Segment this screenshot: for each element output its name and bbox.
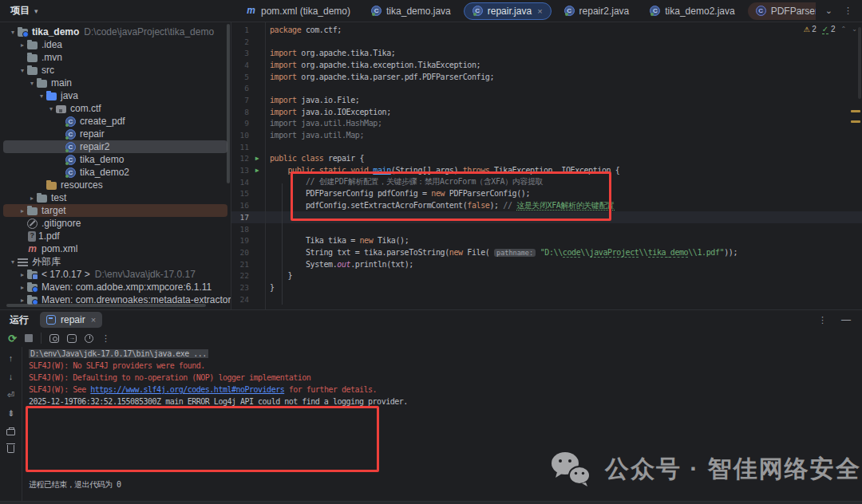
- code-line-24[interactable]: 24: [231, 293, 862, 305]
- chevron-expanded-icon[interactable]: ▾: [27, 80, 37, 87]
- minimize-icon[interactable]: —: [841, 314, 851, 325]
- close-icon[interactable]: ×: [91, 315, 96, 325]
- console-link[interactable]: https://www.slf4j.org/codes.html#noProvi…: [90, 385, 284, 394]
- code-line-8[interactable]: 8import java.io.IOException;: [231, 106, 862, 118]
- code-line-23[interactable]: 23}: [231, 282, 862, 293]
- stop-icon[interactable]: [25, 334, 33, 342]
- rerun-icon[interactable]: ⟳: [8, 333, 17, 344]
- editor-tab-pom-xml-tika-demo-[interactable]: mpom.xml (tika_demo): [238, 2, 358, 20]
- code-line-22[interactable]: 22 }: [231, 270, 862, 282]
- run-options-kebab-icon[interactable]: ⋮: [818, 315, 827, 325]
- code-line-10[interactable]: 10import java.util.Map;: [231, 129, 862, 141]
- code-line-17[interactable]: 17: [231, 211, 862, 223]
- chevron-collapsed-icon[interactable]: ▸: [27, 195, 37, 202]
- tree-item-pom-xml[interactable]: mpom.xml: [3, 242, 227, 255]
- tree-item--17-0-17-[interactable]: ▸< 17.0.17 >D:\env\Java\jdk-17.0.17: [3, 268, 227, 281]
- console-more-kebab-icon[interactable]: ⋮: [101, 333, 110, 344]
- code-line-12[interactable]: 12▶public class repair {: [231, 153, 862, 165]
- code-line-6[interactable]: 6: [231, 82, 862, 94]
- tree-item--gitignore[interactable]: .gitignore: [3, 217, 227, 230]
- editor-tab-repair-java[interactable]: Crepair.java×: [464, 2, 552, 20]
- tree-item-java[interactable]: ▾java: [3, 89, 227, 102]
- tree-item-maven-com-adobe-xmp-xmpcore-6-1-11[interactable]: ▸Maven: com.adobe.xmp:xmpcore:6.1.11: [3, 281, 227, 293]
- tree-item-tika-demo2[interactable]: Ctika_demo2: [3, 166, 227, 179]
- next-problem-chevron-icon[interactable]: ⌄: [852, 26, 857, 33]
- clear-console-trash-icon[interactable]: [7, 445, 14, 453]
- chevron-collapsed-icon[interactable]: ▸: [18, 271, 27, 278]
- chevron-collapsed-icon[interactable]: ▸: [18, 207, 27, 215]
- tree-item-main[interactable]: ▾main: [3, 77, 227, 89]
- tree-item-com-ctf[interactable]: ▾com.ctf: [3, 102, 227, 115]
- inspections-widget[interactable]: ⚠ 2 ✓ 2 ⌃ ⌄: [803, 25, 857, 33]
- tree-item-tika-demo[interactable]: ▾tika_demoD:\code\javaProject\tika_demo: [3, 26, 227, 38]
- thread-dump-camera-icon[interactable]: [49, 334, 59, 343]
- project-vertical-scrollbar[interactable]: [227, 24, 230, 183]
- code-line-9[interactable]: 9import java.util.HashMap;: [231, 118, 862, 130]
- project-horizontal-scrollbar[interactable]: [6, 304, 206, 307]
- tree-item-create-pdf[interactable]: Ccreate_pdf: [3, 115, 227, 128]
- tab-options-kebab-icon[interactable]: ⋮: [844, 6, 852, 16]
- code-line-4[interactable]: 4import org.apache.tika.exception.TikaEx…: [231, 59, 862, 71]
- code-line-19[interactable]: 19 Tika tika = new Tika();: [231, 234, 862, 246]
- status-bar: [0, 501, 862, 504]
- project-panel-header[interactable]: 项目 ▾: [0, 0, 231, 22]
- tree-item-repair2[interactable]: Crepair2: [3, 140, 227, 153]
- code-line-14[interactable]: 14 // 创建PDF解析配置，关键步骤：禁用AcroForm（含XFA）内容提…: [231, 176, 862, 188]
- code-line-7[interactable]: 7import java.io.File;: [231, 94, 862, 106]
- code-line-3[interactable]: 3import org.apache.tika.Tika;: [231, 47, 862, 59]
- tab-overflow-chevron-icon[interactable]: ⌄: [825, 6, 832, 16]
- chevron-expanded-icon[interactable]: ▾: [8, 29, 18, 36]
- warning-stripe-mark[interactable]: [851, 110, 860, 112]
- tree-item-test[interactable]: ▸test: [3, 191, 227, 204]
- code-line-20[interactable]: 20 String txt = tika.parseToString(new F…: [231, 246, 862, 258]
- editor-vertical-scrollbar[interactable]: [858, 27, 861, 99]
- editor-tab-tika-demo2-java[interactable]: Ctika_demo2.java: [642, 2, 742, 20]
- tree-item--mvn[interactable]: .mvn: [3, 51, 227, 64]
- tree-item-resources[interactable]: resources: [3, 179, 227, 191]
- down-stacktrace-icon[interactable]: ↓: [9, 372, 14, 383]
- editor-tab-pdfparser-class[interactable]: CPDFParser.class: [748, 2, 816, 20]
- run-arrow-icon[interactable]: ▶: [249, 155, 265, 162]
- code-line-18[interactable]: 18: [231, 223, 862, 235]
- chevron-expanded-icon[interactable]: ▾: [18, 67, 27, 74]
- chevron-expanded-icon[interactable]: ▾: [46, 105, 56, 112]
- tree-item-src[interactable]: ▾src: [3, 64, 227, 77]
- code-line-11[interactable]: 11: [231, 141, 862, 153]
- chevron-collapsed-icon[interactable]: ▸: [18, 297, 27, 304]
- tree-item--idea[interactable]: ▸.idea: [3, 38, 227, 51]
- tree-item-1-pdf[interactable]: 1.pdf: [3, 230, 227, 242]
- tree-item--[interactable]: ▾外部库: [3, 255, 227, 268]
- code-text: System.out.println(txt);: [265, 260, 413, 269]
- chevron-expanded-icon[interactable]: ▾: [8, 258, 18, 266]
- close-icon[interactable]: ×: [537, 6, 542, 16]
- soft-wrap-icon[interactable]: ⏎: [7, 390, 14, 401]
- code-line-13[interactable]: 13▶ public static void main(String[] arg…: [231, 164, 862, 176]
- gauge-icon[interactable]: [85, 334, 93, 343]
- scroll-to-end-icon[interactable]: ⇟: [7, 408, 14, 419]
- tree-item-repair[interactable]: Crepair: [3, 128, 227, 140]
- code-line-21[interactable]: 21 System.out.println(txt);: [231, 258, 862, 270]
- warning-stripe-mark[interactable]: [851, 120, 860, 123]
- code-line-1[interactable]: 1package com.ctf;: [231, 24, 862, 36]
- chevron-expanded-icon[interactable]: ▾: [37, 93, 46, 100]
- up-stacktrace-icon[interactable]: ↑: [9, 353, 14, 364]
- editor-tab-tika-demo-java[interactable]: Ctika_demo.java: [363, 2, 459, 20]
- folder-icon: [27, 41, 38, 49]
- print-icon[interactable]: [6, 429, 15, 435]
- editor-tab-repair2-java[interactable]: Crepair2.java: [556, 2, 638, 20]
- prev-problem-chevron-icon[interactable]: ⌃: [841, 26, 847, 33]
- run-tab-repair[interactable]: repair ×: [40, 312, 102, 328]
- code-line-5[interactable]: 5import org.apache.tika.parser.pdf.PDFPa…: [231, 71, 862, 83]
- tree-item-tika-demo[interactable]: Ctika_demo: [3, 153, 227, 166]
- code-line-15[interactable]: 15 PDFParserConfig pdfConfig = new PDFPa…: [231, 188, 862, 200]
- code-editor[interactable]: 1package com.ctf;23import org.apache.tik…: [231, 22, 862, 309]
- tree-item-label: Maven: com.adobe.xmp:xmpcore:6.1.11: [42, 282, 212, 293]
- console-gutter: ↑ ↓ ⏎ ⇟: [0, 347, 22, 501]
- tree-item-target[interactable]: ▸target: [3, 204, 227, 217]
- chevron-collapsed-icon[interactable]: ▸: [18, 284, 27, 291]
- code-line-2[interactable]: 2: [231, 36, 862, 48]
- chevron-collapsed-icon[interactable]: ▸: [18, 41, 27, 49]
- run-arrow-icon[interactable]: ▶: [249, 167, 265, 174]
- import-test-icon[interactable]: [67, 334, 77, 343]
- code-line-16[interactable]: 16 pdfConfig.setExtractAcroFormContent(f…: [231, 199, 862, 211]
